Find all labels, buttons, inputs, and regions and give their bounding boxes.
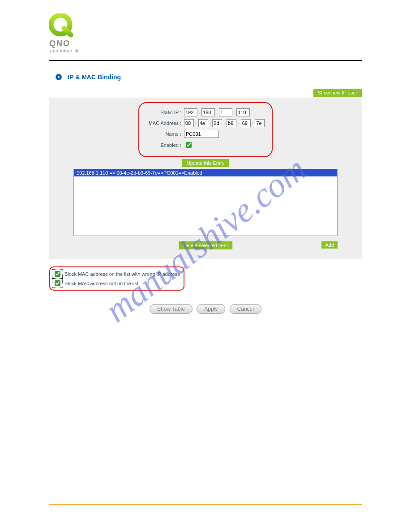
block-wrong-ip-label: Block MAC address on the list with wrong… (64, 271, 180, 277)
mac-octet-5[interactable] (241, 119, 251, 127)
section-title: IP & MAC Binding (68, 73, 121, 81)
brand-name: QNO (49, 39, 362, 48)
mac-octet-2[interactable] (198, 119, 208, 127)
static-ip-octet-1[interactable] (184, 108, 197, 116)
mac-octet-1[interactable] (184, 119, 194, 127)
ip-sep-2: . (215, 110, 219, 115)
mac-sep-2: - (208, 120, 213, 126)
name-label: Name : (146, 131, 184, 137)
block-wrong-ip-checkbox[interactable] (55, 271, 60, 277)
binding-entries-listbox[interactable]: 192.168.1.110 => 00-4e-2d-b9-69-7e=>PC00… (73, 169, 338, 236)
apply-button[interactable]: Apply (197, 304, 225, 314)
block-not-on-list-label: Block MAC address not on the list (64, 281, 138, 286)
show-table-button[interactable]: Show Table (150, 304, 193, 314)
mac-address-label: MAC Address : (146, 120, 184, 126)
binding-panel: Static IP : . . . MAC Address : - - - - (49, 98, 362, 259)
binding-entry-selected[interactable]: 192.168.1.110 => 00-4e-2d-b9-69-7e=>PC00… (74, 169, 337, 176)
logo-q-icon (49, 13, 74, 38)
bottom-divider (49, 504, 362, 505)
mac-sep-1: - (194, 120, 198, 126)
top-divider (49, 60, 362, 61)
ip-sep-1: . (197, 110, 201, 115)
name-input[interactable] (184, 130, 219, 138)
brand-tagline: your future life (49, 48, 362, 53)
mac-sep-3: - (222, 120, 227, 126)
ip-sep-3: . (232, 110, 236, 115)
mac-sep-5: - (251, 120, 255, 126)
mac-sep-4: - (236, 120, 241, 126)
delete-selected-item-button[interactable]: Delete selected item (179, 241, 232, 249)
mac-octet-4[interactable] (227, 119, 236, 127)
brand-logo: QNO your future life (49, 13, 362, 53)
update-this-entry-button[interactable]: Update this Entry (182, 159, 229, 167)
enabled-checkbox[interactable] (186, 142, 192, 148)
enabled-label: Enabled : (146, 142, 184, 148)
add-button[interactable]: Add (321, 241, 338, 249)
block-options-highlight: Block MAC address on the list with wrong… (49, 266, 184, 291)
mac-octet-3[interactable] (212, 119, 222, 127)
section-bullet-icon (56, 74, 62, 80)
static-ip-label: Static IP : (146, 110, 184, 115)
cancel-button[interactable]: Cancel (230, 304, 261, 314)
mac-octet-6[interactable] (255, 119, 265, 127)
binding-form-highlight: Static IP : . . . MAC Address : - - - - (138, 102, 273, 157)
static-ip-octet-2[interactable] (201, 108, 215, 116)
block-not-on-list-checkbox[interactable] (55, 280, 60, 286)
static-ip-octet-3[interactable] (219, 108, 232, 116)
show-new-ip-user-button[interactable]: Show new IP user (313, 89, 362, 97)
static-ip-octet-4[interactable] (236, 108, 250, 116)
